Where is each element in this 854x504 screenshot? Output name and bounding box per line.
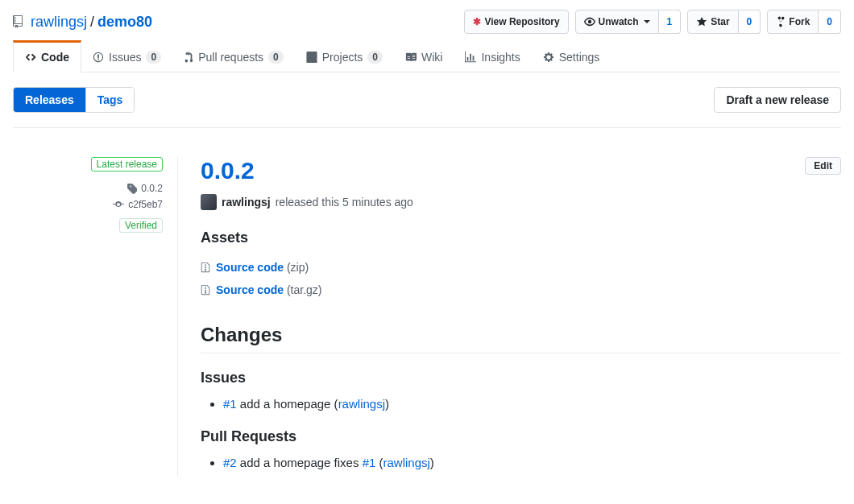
release-meta: Latest release 0.0.2 c2f5eb7 Verified (13, 157, 178, 476)
zip-icon (201, 262, 210, 273)
pulls-counter: 0 (268, 51, 284, 64)
gear-icon (543, 52, 554, 63)
tab-issues[interactable]: Issues 0 (81, 40, 172, 72)
pull-request-icon (184, 52, 193, 63)
fork-icon (776, 16, 786, 27)
asset-list: Source code (zip) Source code (tar.gz) (201, 256, 841, 301)
repo-title: rawlingsj / demo80 (13, 14, 152, 31)
asset-link[interactable]: Source code (zip) (216, 261, 309, 274)
asset-item: Source code (tar.gz) (201, 279, 841, 301)
star-button[interactable]: Star (687, 10, 738, 34)
tag-icon (127, 183, 137, 194)
draft-release-button[interactable]: Draft a new release (714, 87, 841, 113)
latest-release-badge: Latest release (91, 157, 163, 171)
fork-group: Fork 0 (767, 10, 841, 34)
star-group: Star 0 (687, 10, 761, 34)
verified-badge[interactable]: Verified (119, 218, 163, 233)
issues-subheading: Issues (201, 370, 841, 386)
commit-link[interactable]: c2f5eb7 (128, 199, 163, 210)
subnav-releases[interactable]: Releases (14, 88, 85, 112)
issue-ref-link[interactable]: #1 (363, 456, 376, 469)
asset-link[interactable]: Source code (tar.gz) (216, 283, 322, 296)
prs-subheading: Pull Requests (201, 428, 841, 445)
release-author-line: rawlingsj released this 5 minutes ago (201, 194, 841, 210)
fork-button[interactable]: Fork (767, 10, 819, 34)
projects-counter: 0 (367, 51, 383, 64)
issue-icon (93, 52, 104, 63)
commit-icon (113, 200, 124, 209)
edit-release-button[interactable]: Edit (805, 157, 841, 175)
commit-line: c2f5eb7 (13, 199, 163, 210)
fork-count[interactable]: 0 (819, 10, 841, 34)
path-separator: / (90, 14, 94, 31)
list-item: #1 add a homepage (rawlingsj) (223, 395, 841, 414)
repo-icon (13, 15, 26, 28)
user-link[interactable]: rawlingsj (383, 456, 430, 469)
zip-icon (201, 284, 210, 295)
tag-link[interactable]: 0.0.2 (141, 183, 163, 194)
release-title[interactable]: 0.0.2 (201, 157, 255, 184)
assets-heading: Assets (201, 229, 841, 246)
release-time-text: released this 5 minutes ago (276, 196, 413, 209)
code-icon (25, 52, 36, 63)
pr-ref-link[interactable]: #2 (223, 456, 237, 469)
repo-head: rawlingsj / demo80 ✱View Repository Unwa… (13, 0, 841, 40)
repo-nav: Code Issues 0 Pull requests 0 Projects 0… (13, 40, 841, 72)
repo-name-link[interactable]: demo80 (97, 14, 152, 31)
issue-ref-link[interactable]: #1 (223, 397, 237, 411)
eye-icon (584, 16, 595, 27)
avatar[interactable] (201, 194, 217, 210)
view-repository-button[interactable]: ✱View Repository (464, 10, 568, 34)
subnav-tags[interactable]: Tags (85, 88, 135, 112)
user-link[interactable]: rawlingsj (338, 397, 385, 411)
tab-projects[interactable]: Projects 0 (295, 40, 394, 72)
book-icon (405, 52, 417, 63)
asset-item: Source code (zip) (201, 256, 841, 279)
project-icon (306, 52, 317, 63)
unwatch-button[interactable]: Unwatch (575, 10, 659, 34)
list-item: #2 add a homepage fixes #1 (rawlingsj) (223, 453, 841, 473)
star-count[interactable]: 0 (739, 10, 761, 34)
watch-group: Unwatch 1 (575, 10, 682, 34)
watch-count[interactable]: 1 (659, 10, 682, 34)
page-actions: ✱View Repository Unwatch 1 Star (464, 10, 841, 34)
tab-settings[interactable]: Settings (532, 40, 611, 72)
releases-tags-switch: Releases Tags (13, 87, 135, 113)
issues-list: #1 add a homepage (rawlingsj) (201, 395, 841, 414)
release-entry: Latest release 0.0.2 c2f5eb7 Verified 0.… (13, 127, 841, 476)
tag-line: 0.0.2 (13, 183, 163, 194)
prs-list: #2 add a homepage fixes #1 (rawlingsj) (201, 453, 841, 473)
star-icon (696, 16, 707, 27)
release-author-link[interactable]: rawlingsj (222, 196, 271, 209)
repo-owner-link[interactable]: rawlingsj (31, 14, 87, 31)
graph-icon (465, 52, 476, 63)
release-body: 0.0.2 Edit rawlingsj released this 5 min… (178, 157, 841, 476)
tab-code[interactable]: Code (13, 40, 81, 72)
tab-wiki[interactable]: Wiki (394, 40, 454, 72)
tab-insights[interactable]: Insights (454, 40, 531, 72)
issues-counter: 0 (146, 51, 161, 64)
subnav-row: Releases Tags Draft a new release (13, 87, 841, 113)
tab-pulls[interactable]: Pull requests 0 (172, 40, 295, 72)
changes-heading: Changes (201, 324, 841, 353)
